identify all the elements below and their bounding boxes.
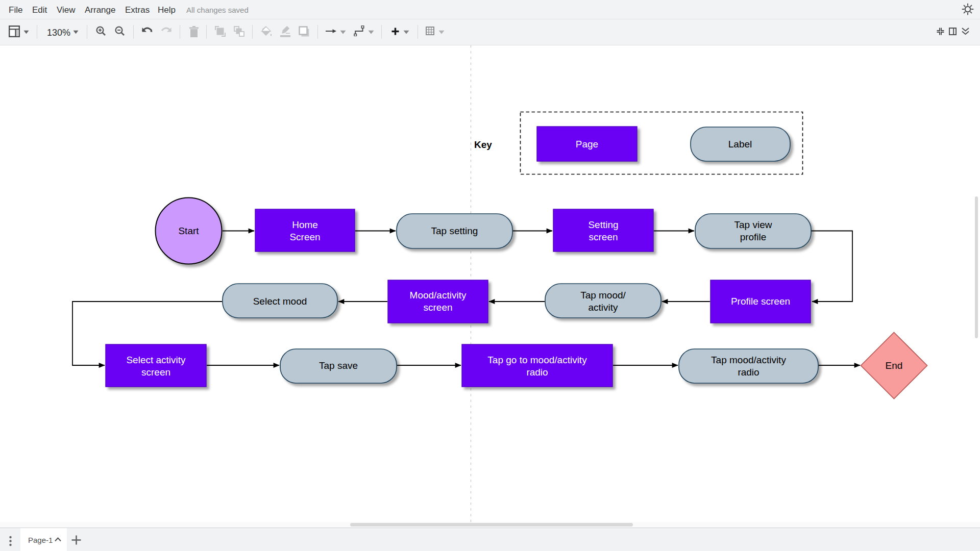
svg-text:radio: radio [738,367,759,378]
svg-text:Tap mood/activity: Tap mood/activity [711,355,786,365]
svg-text:screen: screen [423,302,452,313]
svg-text:Mood/activity: Mood/activity [410,290,467,300]
svg-text:Home: Home [292,219,318,230]
svg-text:Select mood: Select mood [253,296,307,307]
svg-text:Tap setting: Tap setting [431,226,478,236]
svg-text:Start: Start [178,226,199,236]
svg-text:screen: screen [589,232,618,242]
svg-text:activity: activity [588,302,618,313]
svg-text:End: End [886,360,903,371]
svg-text:profile: profile [740,232,767,242]
svg-text:Select activity: Select activity [126,355,186,365]
svg-text:Profile screen: Profile screen [731,296,790,307]
svg-text:Label: Label [728,139,752,149]
svg-text:Setting: Setting [588,219,618,230]
svg-text:screen: screen [141,367,170,378]
svg-text:Tap save: Tap save [319,360,358,371]
svg-text:Screen: Screen [289,232,320,242]
svg-text:radio: radio [526,367,548,378]
svg-text:Tap go to mood/activity: Tap go to mood/activity [487,355,587,365]
svg-text:Tap mood/: Tap mood/ [580,290,626,300]
svg-text:Page: Page [576,139,598,149]
svg-text:Key: Key [474,139,492,150]
svg-text:Tap view: Tap view [734,219,772,230]
